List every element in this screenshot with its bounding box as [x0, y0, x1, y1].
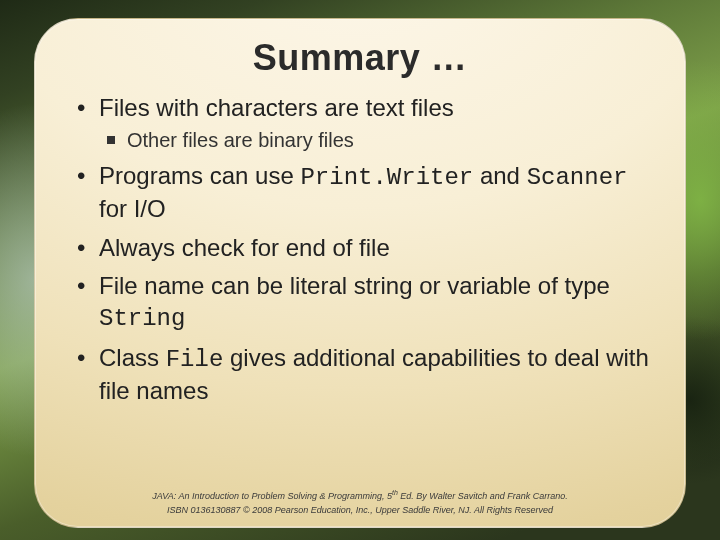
bullet-text-part: File name can be literal string or varia… [99, 272, 610, 299]
bullet-text-part: and [473, 162, 526, 189]
sub-list-item: Other files are binary files [99, 128, 655, 154]
list-item: File name can be literal string or varia… [65, 271, 655, 334]
bullet-list: Files with characters are text files Oth… [65, 93, 655, 406]
sub-bullet-text: Other files are binary files [127, 129, 354, 151]
slide-title: Summary … [65, 37, 655, 79]
code-text: File [166, 346, 224, 373]
sub-list: Other files are binary files [99, 128, 655, 154]
bullet-text-part: Class [99, 344, 166, 371]
footer-text: JAVA: An Introduction to Problem Solving… [152, 491, 392, 501]
list-item: Class File gives additional capabilities… [65, 343, 655, 406]
footer-line-1: JAVA: An Introduction to Problem Solving… [65, 488, 655, 503]
bullet-text: Always check for end of file [99, 234, 390, 261]
code-text: Scanner [527, 164, 628, 191]
code-text: String [99, 305, 185, 332]
footer-text: Ed. By Walter Savitch and Frank Carrano. [398, 491, 568, 501]
slide-content: Files with characters are text files Oth… [65, 93, 655, 488]
code-text: Print.Writer [300, 164, 473, 191]
footer-line-2: ISBN 0136130887 © 2008 Pearson Education… [65, 504, 655, 517]
slide-card: Summary … Files with characters are text… [34, 18, 686, 528]
bullet-text-part: Programs can use [99, 162, 300, 189]
slide-footer: JAVA: An Introduction to Problem Solving… [65, 488, 655, 521]
list-item: Always check for end of file [65, 233, 655, 264]
list-item: Programs can use Print.Writer and Scanne… [65, 161, 655, 224]
bullet-text: Files with characters are text files [99, 94, 454, 121]
bullet-text-part: for I/O [99, 195, 166, 222]
list-item: Files with characters are text files Oth… [65, 93, 655, 153]
